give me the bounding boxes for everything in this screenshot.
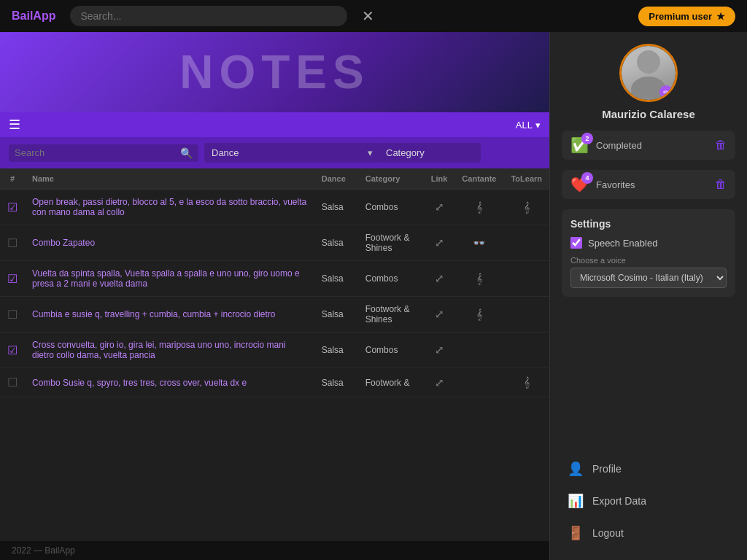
row-tuning-icon[interactable]: 𝄞 (476, 201, 482, 213)
voice-select[interactable]: Microsoft Cosimo - Italian (Italy) Micro… (570, 268, 727, 288)
row-cantante-cell (454, 368, 503, 397)
speech-enabled-label: Speech Enabled (588, 238, 657, 249)
logout-menu-item[interactable]: 🚪 Logout (562, 518, 735, 548)
row-checkbox-checked[interactable]: ☑ (7, 201, 18, 214)
row-tuning-icon[interactable]: 𝄞 (476, 273, 482, 284)
edit-avatar-badge[interactable]: ✏ (659, 85, 673, 98)
favorites-stat-row: ❤️ 4 Favorites 🗑 (562, 170, 735, 199)
filter-row: 🔍 Dance Salsa Bachata Kizomba ▾ Category… (0, 137, 549, 168)
category-select[interactable]: Category Combos Footwork & Shines (379, 143, 481, 163)
close-panel-button[interactable]: ✕ (362, 7, 374, 25)
row-tuning-icon[interactable]: 𝄞 (476, 308, 482, 320)
col-header-cantante: Cantante (454, 168, 503, 190)
row-category-cell: Combos (358, 190, 424, 225)
search-icon: 🔍 (180, 147, 193, 159)
row-category-cell: Footwork & Shines (358, 225, 424, 261)
table-row: ☑ Vuelta da spinta spalla, Vuelta spalla… (0, 261, 549, 297)
row-glasses-icon[interactable]: 👓 (473, 237, 485, 249)
row-check-cell: ☐ (0, 368, 25, 397)
table-body: ☑ Open break, passi dietro, blocco al 5,… (0, 190, 549, 397)
notes-search-input[interactable] (15, 147, 180, 158)
row-link-icon[interactable]: ⤢ (435, 376, 444, 389)
row-link-cell: ⤢ (424, 261, 455, 297)
profile-label: Profile (592, 463, 622, 475)
global-search-input[interactable] (70, 6, 347, 26)
row-check-cell: ☐ (0, 225, 25, 261)
left-panel: NOTES ☰ ALL ▾ 🔍 Dance Salsa Bachata Kizo… (0, 32, 550, 560)
brand-link[interactable]: BailApp (12, 9, 55, 23)
row-tolearn-icon[interactable]: 𝄞 (524, 201, 530, 213)
bottom-menu: 👤 Profile 📊 Export Data 🚪 Logout (562, 454, 735, 548)
right-panel: ✏ Maurizio Calarese ✅ 2 Completed 🗑 ❤️ 4 (550, 32, 747, 560)
row-checkbox-checked[interactable]: ☑ (7, 344, 18, 357)
favorites-label: Favorites (596, 179, 635, 190)
row-link-cell: ⤢ (424, 368, 455, 397)
footer-text: 2022 — BailApp (12, 545, 75, 556)
row-tolearn-icon[interactable]: 𝄞 (524, 376, 530, 388)
row-checkbox-unchecked[interactable]: ☐ (7, 376, 18, 389)
table-row: ☐ Cumbia e susie q, travelling + cumbia,… (0, 297, 549, 332)
row-name-cell: Vuelta da spinta spalla, Vuelta spalla a… (25, 261, 314, 297)
row-tolearn-cell (503, 297, 549, 332)
row-checkbox-unchecked[interactable]: ☐ (7, 308, 18, 321)
export-icon: 📊 (568, 493, 584, 509)
row-link-icon[interactable]: ⤢ (435, 272, 444, 284)
dropdown-arrow-icon: ▾ (535, 120, 541, 131)
menu-icon[interactable]: ☰ (9, 117, 20, 133)
notes-table-container: # Name Dance Category Link Cantante ToLe… (0, 168, 549, 541)
favorites-delete-icon[interactable]: 🗑 (715, 178, 727, 191)
col-header-category: Category (358, 168, 424, 190)
row-dance-cell: Salsa (314, 332, 358, 368)
export-menu-item[interactable]: 📊 Export Data (562, 486, 735, 516)
completed-badge: 2 (581, 133, 593, 144)
row-check-cell: ☑ (0, 332, 25, 368)
row-link-icon[interactable]: ⤢ (435, 236, 444, 249)
row-link-cell: ⤢ (424, 332, 455, 368)
row-cantante-cell: 𝄞 (454, 261, 503, 297)
logout-icon: 🚪 (568, 525, 584, 541)
completed-stat-row: ✅ 2 Completed 🗑 (562, 131, 735, 160)
row-checkbox-checked[interactable]: ☑ (7, 273, 18, 285)
premium-button[interactable]: Premium user ★ (638, 7, 735, 26)
row-link-icon[interactable]: ⤢ (435, 201, 444, 213)
row-dance-cell: Salsa (314, 297, 358, 332)
row-link-icon[interactable]: ⤢ (435, 308, 444, 320)
main-layout: NOTES ☰ ALL ▾ 🔍 Dance Salsa Bachata Kizo… (0, 32, 747, 560)
table-row: ☑ Open break, passi dietro, blocco al 5,… (0, 190, 549, 225)
toolbar: ☰ ALL ▾ (0, 112, 549, 137)
row-dance-cell: Salsa (314, 190, 358, 225)
search-input-wrapper: 🔍 (9, 144, 198, 162)
row-cantante-cell: 𝄞 (454, 297, 503, 332)
row-name-cell: Cross convuelta, giro io, gira lei, mari… (25, 332, 314, 368)
row-category-cell: Footwork & Shines (358, 297, 424, 332)
col-header-link: Link (424, 168, 455, 190)
speech-row: Speech Enabled (570, 237, 727, 249)
row-dance-cell: Salsa (314, 261, 358, 297)
all-filter-button[interactable]: ALL ▾ (516, 120, 541, 131)
dance-select[interactable]: Dance Salsa Bachata Kizomba (204, 143, 379, 163)
col-header-tolearn: ToLearn (503, 168, 549, 190)
row-link-icon[interactable]: ⤢ (435, 343, 444, 356)
row-check-cell: ☐ (0, 297, 25, 332)
footer: 2022 — BailApp (0, 541, 549, 560)
row-link-cell: ⤢ (424, 225, 455, 261)
row-dance-cell: Salsa (314, 368, 358, 397)
col-header-dance: Dance (314, 168, 358, 190)
profile-menu-item[interactable]: 👤 Profile (562, 454, 735, 484)
col-header-name: Name (25, 168, 314, 190)
profile-icon: 👤 (568, 461, 584, 477)
completed-stat-left: ✅ 2 Completed (570, 136, 642, 154)
banner: NOTES (0, 32, 549, 112)
export-label: Export Data (592, 495, 646, 507)
row-tolearn-cell (503, 261, 549, 297)
svg-point-0 (637, 50, 660, 74)
speech-enabled-checkbox[interactable] (570, 237, 582, 249)
completed-delete-icon[interactable]: 🗑 (715, 139, 727, 152)
settings-title: Settings (570, 218, 727, 230)
col-header-num: # (0, 168, 25, 190)
premium-label: Premium user (649, 11, 712, 22)
row-checkbox-unchecked[interactable]: ☐ (7, 237, 18, 249)
row-name-cell: Combo Zapateo (25, 225, 314, 261)
row-cantante-cell: 𝄞 (454, 190, 503, 225)
notes-table: # Name Dance Category Link Cantante ToLe… (0, 168, 549, 397)
